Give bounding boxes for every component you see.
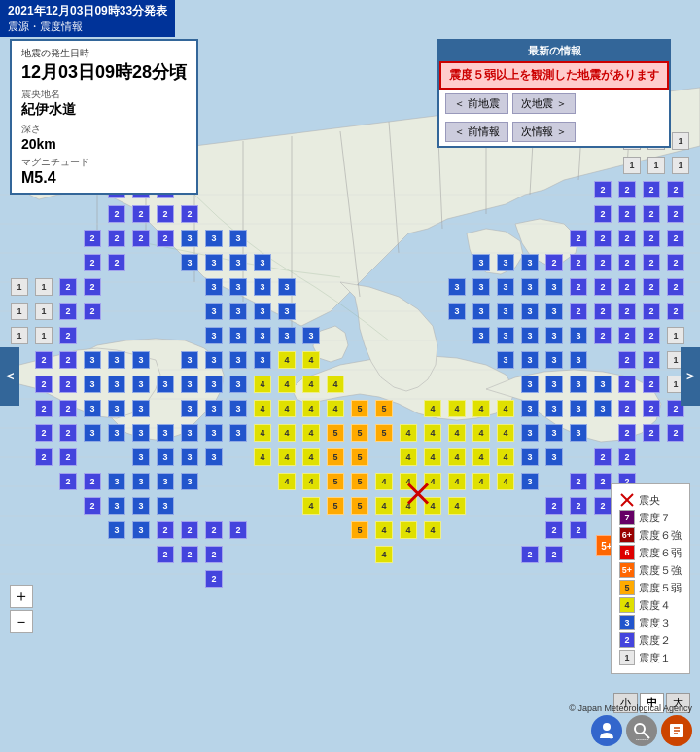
latest-panel: 最新の情報 震度５弱以上を観測した地震があります ＜ 前地震 次地震 ＞ ＜ 前…	[438, 39, 671, 148]
svg-point-33	[635, 724, 645, 734]
alert-bar: 震度５弱以上を観測した地震があります	[439, 61, 669, 90]
next-quake-button[interactable]: 次地震 ＞	[512, 93, 576, 114]
magnitude-value: M5.4	[21, 169, 187, 187]
legend-items: 7震度７6+震度６強6震度６弱5+震度５強5震度５弱4震度４3震度３2震度２1震…	[619, 510, 682, 665]
occurrence-label: 地震の発生日時	[21, 47, 187, 60]
legend-epicenter-label: 震央	[639, 493, 660, 508]
copyright: © Japan Meteorological Agency	[569, 703, 692, 713]
zoom-in-button[interactable]: ＋	[10, 585, 33, 608]
svg-point-31	[603, 723, 611, 731]
legend-item-3: 3震度３	[619, 615, 682, 630]
zoom-controls: ＋ －	[10, 585, 33, 635]
header-bar: 2021年12月03日09時33分発表 震源・震度情報	[0, 0, 175, 37]
prev-info-button[interactable]: ＜ 前情報	[445, 122, 508, 142]
person-icon[interactable]: +	[591, 715, 622, 746]
bottom-icons: + more	[591, 715, 692, 746]
depth-value: 20km	[21, 136, 187, 152]
legend-item-1: 1震度１	[619, 650, 682, 665]
legend: 震央 7震度７6+震度６強6震度６弱5+震度５強5震度５弱4震度４3震度３2震度…	[611, 483, 690, 674]
legend-epicenter: 震央	[619, 492, 682, 508]
map-container: 2222222222222222222222222222222222222222…	[0, 0, 700, 752]
legend-item-5: 5震度５弱	[619, 580, 682, 595]
info-nav-buttons: ＜ 前情報 次情報 ＞	[439, 118, 669, 146]
legend-item-6+: 6+震度６強	[619, 527, 682, 543]
book-icon[interactable]	[661, 715, 692, 746]
legend-item-7: 7震度７	[619, 510, 682, 525]
header-datetime: 2021年12月03日09時33分発表	[8, 3, 167, 19]
occurrence-time: 12月03日09時28分頃	[21, 60, 187, 84]
magnitude-label: マグニチュード	[21, 156, 187, 169]
prev-quake-button[interactable]: ＜ 前地震	[445, 93, 508, 114]
quake-nav-buttons: ＜ 前地震 次地震 ＞	[439, 90, 669, 118]
zoom-out-button[interactable]: －	[10, 610, 33, 633]
legend-item-4: 4震度４	[619, 597, 682, 613]
legend-item-6: 6震度６弱	[619, 545, 682, 560]
location-label: 震央地名	[21, 88, 187, 101]
location-value: 紀伊水道	[21, 101, 187, 119]
legend-item-5+: 5+震度５強	[619, 562, 682, 578]
depth-label: 深さ	[21, 123, 187, 136]
search-icon[interactable]: more	[626, 715, 657, 746]
header-subtitle: 震源・震度情報	[8, 19, 167, 34]
epicenter-marker	[406, 483, 430, 511]
info-panel: 地震の発生日時 12月03日09時28分頃 震央地名 紀伊水道 深さ 20km …	[10, 39, 198, 195]
legend-item-2: 2震度２	[619, 632, 682, 648]
nav-left-arrow[interactable]: ＜	[0, 347, 19, 406]
next-info-button[interactable]: 次情報 ＞	[512, 122, 576, 142]
svg-text:more: more	[636, 737, 649, 740]
svg-text:+: +	[609, 734, 612, 740]
latest-header: 最新の情報	[439, 41, 669, 61]
nav-right-arrow[interactable]: ＞	[681, 347, 700, 406]
